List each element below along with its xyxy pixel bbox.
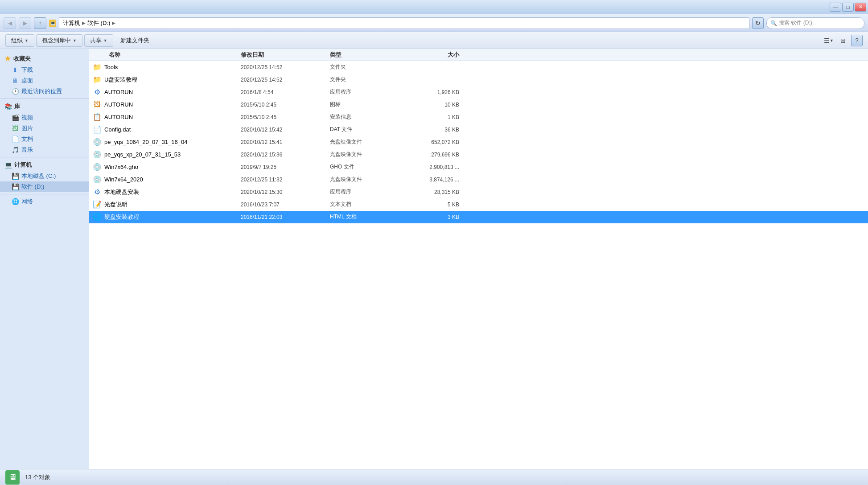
maximize-button[interactable]: □ [842,3,854,12]
table-row[interactable]: 💿 pe_yqs_xp_20_07_31_15_53 2020/10/12 15… [89,148,868,161]
file-type: 应用程序 [330,188,401,196]
sidebar-image-label: 图片 [21,124,33,132]
file-name-cell: 📁 Tools [89,63,241,72]
include-library-button[interactable]: 包含到库中 ▼ [36,34,82,47]
new-folder-button[interactable]: 新建文件夹 [115,34,155,47]
sidebar-item-download[interactable]: ⬇ 下载 [0,65,89,75]
file-size: 652,072 KB [401,139,464,145]
file-size: 1 KB [401,114,464,120]
main-layout: ★ 收藏夹 ⬇ 下载 🖥 桌面 🕐 最近访问的位置 📚 库 [0,49,868,469]
address-icon: 💻 [49,20,56,27]
sidebar-item-document[interactable]: 📄 文档 [0,134,89,144]
table-row[interactable]: 🖼 AUTORUN 2015/5/10 2:45 图标 10 KB [89,99,868,111]
sidebar-disk-d-label: 软件 (D:) [21,183,44,191]
share-button[interactable]: 共享 ▼ [84,34,113,47]
file-name: U盘安装教程 [104,76,137,84]
sidebar-item-disk-d[interactable]: 💾 软件 (D:) [0,181,89,192]
table-row[interactable]: 💿 pe_yqs_1064_20_07_31_16_04 2020/10/12 … [89,136,868,148]
path-computer[interactable]: 计算机 [63,19,80,27]
title-bar: — □ ✕ [0,0,868,14]
forward-button[interactable]: ▶ [19,17,31,29]
address-path[interactable]: 计算机 ▶ 软件 (D:) ▶ [59,17,749,29]
file-type: 光盘映像文件 [330,138,401,146]
path-separator-1: ▶ [82,21,86,25]
file-size: 10 KB [401,102,464,108]
disk-d-icon: 💾 [12,183,19,190]
file-size: 5 KB [401,201,464,208]
table-row[interactable]: 📋 AUTORUN 2015/5/10 2:45 安装信息 1 KB [89,111,868,123]
refresh-button[interactable]: ↻ [752,17,764,29]
file-type-icon: 💿 [93,175,102,184]
file-type-icon: 💿 [93,138,102,147]
file-name: AUTORUN [104,114,133,120]
status-bar: 🖥 13 个对象 [0,469,868,485]
organize-button[interactable]: 组织 ▼ [5,34,34,47]
sidebar-divider-3 [0,194,89,194]
sidebar-item-music[interactable]: 🎵 音乐 [0,144,89,155]
sidebar-music-label: 音乐 [21,146,33,154]
table-row[interactable]: 💿 Win7x64.gho 2019/9/7 19:25 GHO 文件 2,90… [89,161,868,173]
back-button[interactable]: ◀ [4,17,16,29]
col-date-header[interactable]: 修改日期 [241,51,330,59]
up-button[interactable]: ↑ [34,17,46,29]
file-name: 硬盘安装教程 [104,213,139,221]
table-row[interactable]: 📝 光盘说明 2016/10/23 7:07 文本文档 5 KB [89,198,868,211]
file-list: 📁 Tools 2020/12/25 14:52 文件夹 📁 U盘安装教程 20… [89,61,868,469]
minimize-button[interactable]: — [830,3,841,12]
details-view-button[interactable]: ⊞ [837,35,849,46]
view-arrow-icon: ▼ [830,38,834,43]
file-name-cell: ⚙ AUTORUN [89,88,241,97]
sidebar-item-image[interactable]: 🖼 图片 [0,123,89,134]
table-row[interactable]: ⚙ AUTORUN 2016/1/8 4:54 应用程序 1,926 KB [89,86,868,99]
file-size: 36 KB [401,127,464,133]
computer-icon: 💻 [4,161,12,169]
file-date: 2020/12/25 14:52 [241,77,330,83]
share-label: 共享 [90,37,102,45]
file-name-cell: 📋 AUTORUN [89,113,241,122]
file-type: 文件夹 [330,63,401,71]
help-button[interactable]: ? [851,35,863,46]
file-name-cell: 🌐 硬盘安装教程 [89,213,241,222]
file-type-icon: 🖼 [93,100,102,109]
table-row[interactable]: 💿 Win7x64_2020 2020/12/25 11:32 光盘映像文件 3… [89,173,868,186]
file-name: Win7x64.gho [104,164,138,170]
search-box[interactable]: 🔍 搜索 软件 (D:) [766,17,864,29]
sidebar-video-label: 视频 [21,114,33,122]
sidebar-computer-header: 💻 计算机 [0,159,89,171]
file-name-cell: 📁 U盘安装教程 [89,75,241,84]
file-type-icon: 📁 [93,75,102,84]
table-row[interactable]: 📁 U盘安装教程 2020/12/25 14:52 文件夹 [89,74,868,86]
file-name-cell: 📝 光盘说明 [89,200,241,209]
col-size-header[interactable]: 大小 [401,51,464,59]
path-drive[interactable]: 软件 (D:) [87,19,110,27]
file-name: Config.dat [104,126,131,133]
search-placeholder: 搜索 软件 (D:) [779,19,812,27]
sidebar-item-recent[interactable]: 🕐 最近访问的位置 [0,86,89,97]
col-name-header[interactable]: 名称 [89,51,241,59]
sidebar-network-section: 🌐 网络 [0,196,89,207]
table-row[interactable]: 🌐 硬盘安装教程 2016/11/21 22:03 HTML 文档 3 KB [89,211,868,223]
desktop-icon: 🖥 [12,77,19,84]
file-type-icon: ⚙ [93,188,102,197]
table-row[interactable]: 📁 Tools 2020/12/25 14:52 文件夹 [89,61,868,74]
close-button[interactable]: ✕ [855,3,866,12]
file-type: 应用程序 [330,88,401,96]
sidebar-item-network[interactable]: 🌐 网络 [0,196,89,207]
sidebar-favorites-header: ★ 收藏夹 [0,53,89,65]
table-row[interactable]: 📄 Config.dat 2020/10/12 15:42 DAT 文件 36 … [89,123,868,136]
sidebar-download-label: 下载 [21,66,33,74]
file-name-cell: 📄 Config.dat [89,125,241,134]
path-separator-2: ▶ [112,21,115,25]
status-icon: 🖥 [5,470,20,485]
status-app-icon: 🖥 [8,473,16,482]
sidebar-item-disk-c[interactable]: 💾 本地磁盘 (C:) [0,171,89,181]
file-name-cell: ⚙ 本地硬盘安装 [89,188,241,197]
view-button[interactable]: ☰ ▼ [823,35,835,46]
col-type-header[interactable]: 类型 [330,51,401,59]
sidebar-divider-2 [0,157,89,157]
address-bar: ◀ ▶ ↑ 💻 计算机 ▶ 软件 (D:) ▶ ↻ 🔍 搜索 软件 (D:) [0,14,868,32]
table-row[interactable]: ⚙ 本地硬盘安装 2020/10/12 15:30 应用程序 28,315 KB [89,186,868,198]
sidebar-item-desktop[interactable]: 🖥 桌面 [0,75,89,86]
sidebar-item-video[interactable]: 🎬 视频 [0,112,89,123]
file-type: 文件夹 [330,76,401,83]
